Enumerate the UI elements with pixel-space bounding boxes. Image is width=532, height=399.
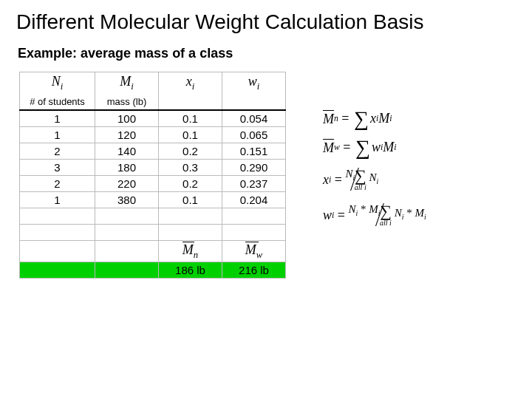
- formula-wi: wi = Ni * Mi ∕ ∑all i Ni * Mi: [323, 203, 426, 227]
- table-row: 11000.10.054: [20, 110, 286, 127]
- table-row: [20, 208, 286, 224]
- formula-block: Mn = ∑ xiMi Mw = ∑ wiMi xi = Ni ∕ ∑all i: [323, 98, 426, 239]
- table-symbol-header: Ni Mi xi wi: [20, 72, 286, 94]
- data-table-wrap: Ni Mi xi wi # of students mass (lb) 1100…: [19, 72, 286, 279]
- table-row: 13800.10.204: [20, 191, 286, 208]
- data-table: Ni Mi xi wi # of students mass (lb) 1100…: [19, 72, 286, 279]
- formula-mw: Mw = ∑ wiMi: [323, 139, 426, 156]
- table-footer-syms: Mn Mw: [20, 240, 286, 262]
- table-row: 22200.20.237: [20, 175, 286, 191]
- table-row: [20, 224, 286, 240]
- formula-mn: Mn = ∑ xiMi: [323, 110, 426, 127]
- table-row: 31800.30.290: [20, 159, 286, 175]
- table-results: 186 lb 216 lb: [20, 262, 286, 279]
- table-row: 11200.10.065: [20, 126, 286, 143]
- slide-subtitle: Example: average mass of a class: [18, 46, 516, 61]
- table-row: 21400.20.151: [20, 143, 286, 159]
- slide-title: Different Molecular Weight Calculation B…: [16, 10, 516, 34]
- formula-xi: xi = Ni ∕ ∑all i Ni: [323, 168, 426, 191]
- table-desc-header: # of students mass (lb): [20, 94, 286, 110]
